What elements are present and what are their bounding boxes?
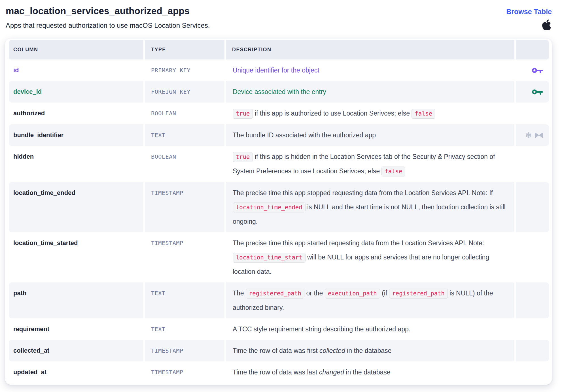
column-type-cell: TEXT	[145, 282, 224, 318]
column-name: id	[13, 67, 19, 74]
column-name: updated_at	[13, 368, 46, 376]
row-icons-cell: ❄	[516, 124, 549, 146]
italic-text: changed	[319, 368, 344, 376]
column-type-cell: TEXT	[145, 124, 224, 146]
column-type: TIMESTAMP	[151, 347, 183, 354]
description-text: The	[233, 289, 246, 297]
code-chip: registered_path	[389, 289, 448, 299]
browse-table-link[interactable]: Browse Table	[506, 8, 552, 16]
column-name-cell: device_id	[9, 81, 143, 103]
description-text: Time the row of data was last	[233, 368, 319, 376]
column-name-cell: updated_at	[9, 361, 143, 383]
column-name-cell: bundle_identifier	[9, 124, 143, 146]
column-description-cell: Time the row of data was first collected…	[226, 340, 514, 361]
column-header-column: COLUMN	[9, 40, 143, 59]
column-name-cell: authorized	[9, 103, 143, 124]
column-name: collected_at	[13, 347, 49, 354]
code-chip: true	[233, 152, 253, 162]
code-chip: false	[381, 167, 405, 176]
code-chip: false	[412, 109, 435, 119]
column-type-cell: TIMESTAMP	[145, 340, 224, 361]
row-icons-cell	[516, 103, 549, 124]
column-header-type: TYPE	[145, 40, 224, 59]
code-chip: location_time_start	[233, 253, 306, 263]
column-type-cell: PRIMARY KEY	[145, 59, 224, 81]
column-type: FOREIGN KEY	[151, 88, 190, 95]
table-row: requirementTEXTA TCC style requirement s…	[9, 318, 549, 340]
column-description-cell: The registered_path or the execution_pat…	[226, 282, 514, 318]
snowflake-icon[interactable]: ❄	[525, 132, 532, 139]
column-type: TIMESTAMP	[151, 189, 183, 196]
table-row: collected_atTIMESTAMPTime the row of dat…	[9, 340, 549, 361]
column-name-cell: location_time_ended	[9, 182, 143, 232]
column-description-cell: The precise time this app stopped reques…	[226, 182, 514, 232]
row-icons-cell	[516, 318, 549, 340]
description-text: The precise time this app stopped reques…	[233, 189, 493, 197]
row-icons-cell	[516, 340, 549, 361]
description-text: Time the row of data was first	[233, 347, 319, 354]
column-description-cell: true if this app is authorized to use Lo…	[226, 103, 514, 124]
description-text: if this app is authorized to use Locatio…	[253, 110, 412, 117]
row-icons-cell	[516, 146, 549, 182]
code-chip: execution_path	[325, 289, 380, 299]
column-description-cell: Unique identifier for the object	[226, 59, 514, 81]
column-type-cell: TIMESTAMP	[145, 232, 224, 282]
column-name-cell: requirement	[9, 318, 143, 340]
column-type-cell: BOOLEAN	[145, 103, 224, 124]
column-header-icons	[516, 40, 549, 59]
description-text: Unique identifier for the object	[233, 67, 319, 74]
column-name: requirement	[13, 325, 49, 333]
column-header-description: DESCRIPTION	[226, 40, 514, 59]
column-type: PRIMARY KEY	[151, 67, 190, 74]
italic-text: collected	[319, 347, 345, 354]
code-chip: location_time_ended	[233, 203, 306, 212]
column-name-cell: hidden	[9, 146, 143, 182]
column-name: location_time_ended	[13, 189, 75, 196]
page-header: mac_location_services_authorized_apps Ap…	[0, 0, 564, 30]
row-icons-cell	[516, 361, 549, 383]
schema-table: COLUMN TYPE DESCRIPTION idPRIMARY KEYUni…	[7, 40, 550, 383]
table-row: pathTEXTThe registered_path or the execu…	[9, 282, 549, 318]
row-icons-cell	[516, 232, 549, 282]
column-name: bundle_identifier	[13, 131, 63, 139]
column-type: BOOLEAN	[151, 110, 176, 117]
table-body: idPRIMARY KEYUnique identifier for the o…	[9, 59, 549, 383]
code-chip: true	[233, 109, 253, 119]
table-row: bundle_identifierTEXTThe bundle ID assoc…	[9, 124, 549, 146]
column-type-cell: TEXT	[145, 318, 224, 340]
column-type: TIMESTAMP	[151, 369, 183, 376]
description-text: or the	[304, 289, 325, 297]
column-type: TEXT	[151, 326, 166, 333]
column-name: path	[13, 289, 26, 297]
column-name: hidden	[13, 153, 34, 160]
table-header-row: COLUMN TYPE DESCRIPTION	[9, 40, 549, 59]
foreign-key-icon[interactable]	[532, 88, 543, 95]
apple-logo-icon	[542, 20, 551, 30]
code-chip: registered_path	[246, 289, 304, 299]
column-name: device_id	[13, 88, 42, 95]
description-text: (if	[380, 289, 389, 297]
table-row: hiddenBOOLEANtrue if this app is hidden …	[9, 146, 549, 182]
row-icons-cell	[516, 182, 549, 232]
column-type-cell: TIMESTAMP	[145, 182, 224, 232]
column-name-cell: id	[9, 59, 143, 81]
column-type: TEXT	[151, 132, 166, 139]
column-name: authorized	[13, 110, 45, 117]
schema-card: COLUMN TYPE DESCRIPTION idPRIMARY KEYUni…	[5, 39, 552, 385]
description-text: in the database	[345, 347, 392, 354]
description-text: A TCC style requirement string describin…	[233, 325, 410, 333]
primary-key-icon[interactable]	[532, 67, 543, 74]
join-icon[interactable]	[535, 132, 543, 138]
column-type-cell: TIMESTAMP	[145, 361, 224, 383]
page-header-right: Browse Table	[506, 6, 552, 30]
column-type-cell: BOOLEAN	[145, 146, 224, 182]
column-type: TIMESTAMP	[151, 240, 183, 246]
column-description-cell: Time the row of data was last changed in…	[226, 361, 514, 383]
page-subtitle: Apps that requested authorization to use…	[6, 22, 210, 29]
column-type: TEXT	[151, 290, 166, 297]
table-row: updated_atTIMESTAMPTime the row of data …	[9, 361, 549, 383]
column-name: location_time_started	[13, 239, 78, 246]
column-description-cell: Device associated with the entry	[226, 81, 514, 103]
description-text: if this app is hidden in the Location Se…	[233, 153, 495, 175]
page-header-left: mac_location_services_authorized_apps Ap…	[6, 6, 210, 29]
